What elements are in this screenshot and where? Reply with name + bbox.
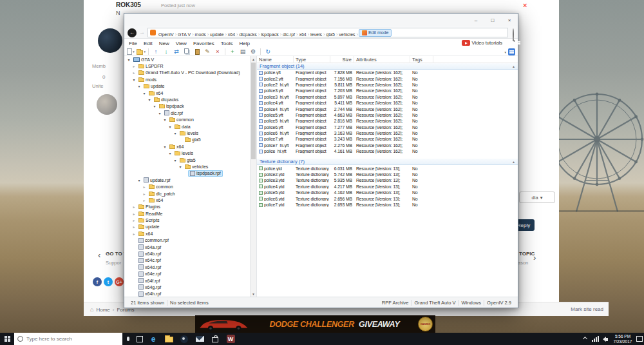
file-row[interactable]: police5.ytdTexture dictionary4.162 MBRes… xyxy=(257,190,518,195)
collapse-icon[interactable]: ▾ xyxy=(152,104,157,108)
group-header[interactable]: Texture dictionary (7)▴ xyxy=(257,159,518,165)
expand-icon[interactable]: ▸ xyxy=(131,218,137,222)
menu-edit[interactable]: Edit xyxy=(140,41,156,46)
file-row[interactable]: police7.yftFragment object3.243 MBResour… xyxy=(257,136,518,142)
tree-item[interactable]: x64g.rpf xyxy=(124,284,250,290)
file-row[interactable]: police4.yftFragment object5.411 MBResour… xyxy=(257,100,518,106)
file-row[interactable]: police2_hi.yftFragment object5.811 MBRes… xyxy=(257,82,518,88)
menu-new[interactable]: New xyxy=(156,41,173,46)
file-row[interactable]: police3_hi.yftFragment object5.897 MBRes… xyxy=(257,94,518,100)
collapse-icon[interactable]: ▾ xyxy=(131,77,137,82)
file-row[interactable]: police6.yftFragment object7.277 MBResour… xyxy=(257,124,518,130)
file-row[interactable]: police_hi.yftFragment object4.161 MBReso… xyxy=(257,148,518,154)
file-row[interactable]: police7_hi.yftFragment object2.276 MBRes… xyxy=(257,143,518,148)
file-row[interactable]: police4_hi.yftFragment object2.744 MBRes… xyxy=(257,106,518,112)
collapse-icon[interactable]: ▾ xyxy=(142,91,147,95)
column-header-name[interactable]: Name xyxy=(257,56,294,63)
store-icon[interactable] xyxy=(207,333,223,345)
menu-view[interactable]: View xyxy=(173,41,190,46)
taskbar-search[interactable] xyxy=(14,333,122,345)
file-row[interactable]: police5_hi.yftFragment object2.816 MBRes… xyxy=(257,118,518,124)
file-row[interactable]: police.ytdTexture dictionary6.031 MBReso… xyxy=(257,165,518,171)
menu-tools[interactable]: Tools xyxy=(218,41,236,46)
breadcrumb-item[interactable]: gta5 xyxy=(325,32,336,37)
collapse-icon[interactable]: ▾ xyxy=(178,164,183,169)
file-row[interactable]: police4.ytdTexture dictionary4.217 MBRes… xyxy=(257,184,518,190)
tree-item[interactable]: x64b.rpf xyxy=(124,250,250,257)
steam-icon[interactable] xyxy=(176,333,192,345)
tree-item[interactable]: x64h.rpf xyxy=(124,291,250,297)
chevron-left-icon[interactable]: ‹ xyxy=(98,250,100,260)
edit-mode-button[interactable]: Edit mode xyxy=(359,29,392,37)
tree-item[interactable]: ▾data xyxy=(124,123,250,130)
tree-item[interactable]: ▾GTA V xyxy=(124,56,250,63)
tree-item[interactable]: ▾x64 xyxy=(124,90,250,96)
tree-item[interactable]: ▸ReadMe xyxy=(124,210,250,217)
collapse-icon[interactable]: ▾ xyxy=(167,124,173,129)
tree-item[interactable]: ▸Scripts xyxy=(124,217,250,223)
tree-item[interactable]: x64d.rpf xyxy=(124,264,250,270)
tree-item[interactable]: ▾update.rpf xyxy=(124,177,250,183)
tree-item[interactable]: ▾update xyxy=(124,83,250,90)
open-archive-icon[interactable]: ▾ xyxy=(137,48,146,56)
column-header-tags[interactable]: Tags xyxy=(410,56,433,63)
tree-item[interactable]: x64a.rpf xyxy=(124,244,250,250)
microphone-button[interactable] xyxy=(122,333,134,345)
file-row[interactable]: police2.yftFragment object7.156 MBResour… xyxy=(257,75,518,81)
new-file-icon[interactable]: ▾ xyxy=(126,48,135,56)
close-button[interactable]: × xyxy=(501,14,518,26)
expand-icon[interactable]: ▸ xyxy=(142,198,147,202)
avatar[interactable] xyxy=(98,28,122,53)
file-row[interactable]: police2.ytdTexture dictionary5.742 MBRes… xyxy=(257,172,518,177)
expand-icon[interactable]: ▸ xyxy=(131,224,137,229)
breadcrumb-item[interactable]: update xyxy=(209,32,224,37)
tree-item[interactable]: ▾dlc.rpf xyxy=(124,110,250,116)
collapse-icon[interactable]: ▾ xyxy=(157,111,162,115)
breadcrumb-item[interactable]: lspdpack xyxy=(260,32,279,37)
tree-item[interactable]: gta5 xyxy=(124,137,250,143)
breadcrumb-item[interactable]: mods xyxy=(194,32,207,37)
title-bar[interactable]: –□× xyxy=(124,14,518,26)
tree-item[interactable]: ▾lspdpack xyxy=(124,103,250,110)
expand-icon[interactable]: ▸ xyxy=(131,212,137,216)
grid-view-icon[interactable] xyxy=(508,48,515,55)
rename-icon[interactable]: ✎ xyxy=(203,48,212,56)
collapse-icon[interactable]: ▾ xyxy=(162,117,167,122)
tree-item[interactable]: ▾x64 xyxy=(124,143,250,150)
group-header[interactable]: Fragment object (14)▴ xyxy=(257,63,518,70)
collapse-icon[interactable]: ▾ xyxy=(137,178,142,182)
tree-item[interactable]: ▾levels xyxy=(124,150,250,156)
facebook-icon[interactable]: f xyxy=(93,277,102,286)
tree-item[interactable]: ▸dlc_patch xyxy=(124,190,250,197)
collapse-icon[interactable]: ▾ xyxy=(137,84,142,88)
tree-item[interactable]: x64e.rpf xyxy=(124,271,250,277)
maximize-button[interactable]: □ xyxy=(484,14,501,26)
file-row[interactable]: police3.yftFragment object7.203 MBResour… xyxy=(257,88,518,94)
breadcrumb-item[interactable]: dlc.rpf xyxy=(282,32,296,37)
file-row[interactable]: police5.yftFragment object4.663 MBResour… xyxy=(257,112,518,118)
tree-item[interactable]: ▾mods xyxy=(124,76,250,83)
ad-banner[interactable]: DODGE CHALLENGER GIVEAWAY CASINO xyxy=(195,315,435,333)
copy-icon[interactable] xyxy=(182,48,191,56)
collapse-group-icon[interactable]: ▴ xyxy=(513,159,515,164)
column-header-type[interactable]: Type xyxy=(294,56,330,63)
up-icon[interactable]: ↑ xyxy=(151,48,160,56)
expand-icon[interactable]: ▸ xyxy=(142,192,147,196)
tree-item[interactable]: lspdpack.rpf xyxy=(124,170,250,177)
breadcrumb-item[interactable]: dlcpacks xyxy=(238,32,257,37)
tree-item[interactable]: ▸update xyxy=(124,224,250,230)
tree-item[interactable]: ▸common xyxy=(124,183,250,190)
more-dropdown-icon[interactable]: ▾ xyxy=(504,50,506,54)
forward-icon[interactable]: → xyxy=(139,29,145,35)
collapse-icon[interactable]: ▾ xyxy=(162,144,167,149)
network-icon[interactable] xyxy=(592,336,599,342)
tree-item[interactable]: common.rpf xyxy=(124,237,250,244)
googleplus-icon[interactable]: G+ xyxy=(115,277,124,286)
tree-item[interactable]: x64c.rpf xyxy=(124,257,250,264)
paste-icon[interactable] xyxy=(193,48,202,56)
collapse-icon[interactable]: ▾ xyxy=(173,131,178,135)
tree-item[interactable]: ▾gta5 xyxy=(124,157,250,163)
scroll-down-icon[interactable]: ▼ xyxy=(251,291,256,297)
task-view-button[interactable] xyxy=(134,333,146,345)
volume-icon[interactable] xyxy=(603,337,608,342)
